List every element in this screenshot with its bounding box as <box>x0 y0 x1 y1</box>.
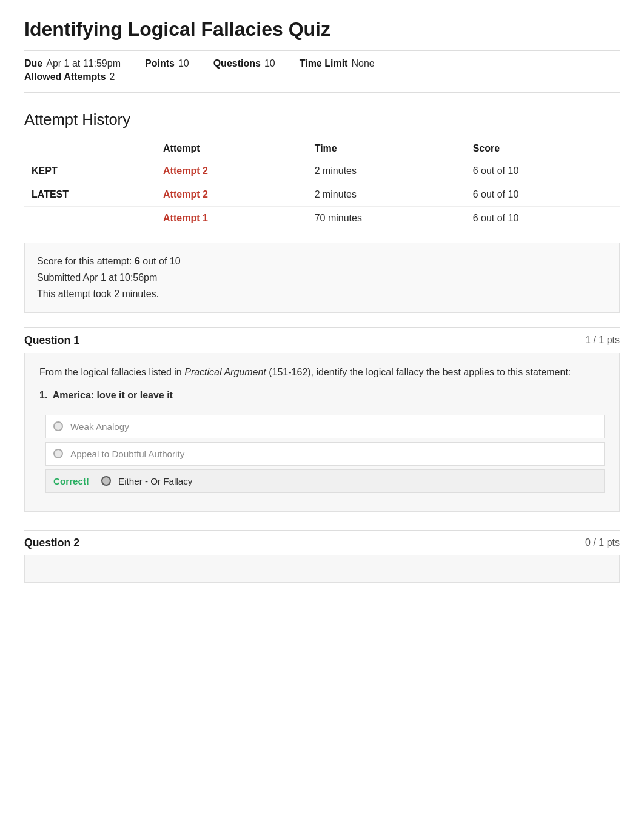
col-header-time: Time <box>307 138 466 159</box>
submitted-line: Submitted Apr 1 at 10:56pm <box>37 269 607 286</box>
option-text-1-2: Appeal to Doubtful Authority <box>70 449 184 459</box>
score-bold: 6 <box>135 256 140 266</box>
attempt-history-title: Attempt History <box>24 111 620 129</box>
row-time: 2 minutes <box>307 159 466 183</box>
question-pts-1: 1 / 1 pts <box>585 335 620 346</box>
correct-annotation-1: Correct! <box>53 476 89 486</box>
row-label: KEPT <box>24 159 156 183</box>
row-attempt[interactable]: Attempt 1 <box>156 207 307 230</box>
row-attempt[interactable]: Attempt 2 <box>156 159 307 183</box>
due-value: Apr 1 at 11:59pm <box>46 58 121 69</box>
attempt-summary: Score for this attempt: 6 out of 10 Subm… <box>24 243 620 313</box>
question-header-1: Question 1 1 / 1 pts <box>24 327 620 353</box>
question-block-2: Question 2 0 / 1 pts <box>24 530 620 583</box>
answer-option-1-1[interactable]: Weak Analogy <box>45 415 605 438</box>
allowed-attempts-value: 2 <box>110 72 115 82</box>
row-label <box>24 207 156 230</box>
points-value: 10 <box>178 58 189 69</box>
question-text-1: From the logical fallacies listed in Pra… <box>39 365 605 380</box>
radio-circle-1-2 <box>53 449 63 458</box>
quiz-meta: Due Apr 1 at 11:59pm Points 10 Questions… <box>24 50 620 93</box>
answer-options-wrapper-1: Weak Analogy Appeal to Doubtful Authorit… <box>39 415 605 497</box>
answer-option-1-2[interactable]: Appeal to Doubtful Authority <box>45 442 605 466</box>
row-time: 70 minutes <box>307 207 466 230</box>
question-pts-2: 0 / 1 pts <box>585 537 620 548</box>
attempt-table: Attempt Time Score KEPT Attempt 2 2 minu… <box>24 138 620 230</box>
table-row: Attempt 1 70 minutes 6 out of 10 <box>24 207 620 230</box>
questions-container: Question 1 1 / 1 pts From the logical fa… <box>24 327 620 583</box>
option-text-1-3: Either - Or Fallacy <box>118 476 192 486</box>
col-header-attempt: Attempt <box>156 138 307 159</box>
time-limit-label: Time Limit <box>300 58 348 69</box>
questions-value: 10 <box>264 58 275 69</box>
question-body-1: From the logical fallacies listed in Pra… <box>24 353 620 512</box>
duration-line: This attempt took 2 minutes. <box>37 286 607 302</box>
table-row: KEPT Attempt 2 2 minutes 6 out of 10 <box>24 159 620 183</box>
radio-circle-1-3 <box>101 476 111 486</box>
attempt-history-section: Attempt History Attempt Time Score KEPT … <box>24 111 620 230</box>
question-statement-1: 1. America: love it or leave it <box>39 388 605 403</box>
col-header-label <box>24 138 156 159</box>
row-time: 2 minutes <box>307 183 466 207</box>
option-text-1-1: Weak Analogy <box>70 421 129 432</box>
time-limit-value: None <box>351 58 374 69</box>
question-title-2: Question 2 <box>24 537 79 549</box>
row-score: 6 out of 10 <box>466 183 620 207</box>
table-row: LATEST Attempt 2 2 minutes 6 out of 10 <box>24 183 620 207</box>
row-score: 6 out of 10 <box>466 207 620 230</box>
score-suffix: out of 10 <box>140 256 181 266</box>
radio-circle-1-1 <box>53 421 63 431</box>
question-block-1: Question 1 1 / 1 pts From the logical fa… <box>24 327 620 512</box>
points-label: Points <box>145 58 175 69</box>
question-title-1: Question 1 <box>24 334 79 347</box>
col-header-score: Score <box>466 138 620 159</box>
allowed-attempts-label: Allowed Attempts <box>24 72 106 82</box>
quiz-title: Identifying Logical Fallacies Quiz <box>24 18 620 41</box>
question-header-2: Question 2 0 / 1 pts <box>24 530 620 555</box>
row-label: LATEST <box>24 183 156 207</box>
due-label: Due <box>24 58 42 69</box>
answer-option-1-3[interactable]: Correct! Either - Or Fallacy <box>45 469 605 493</box>
row-attempt[interactable]: Attempt 2 <box>156 183 307 207</box>
answer-options-1: Weak Analogy Appeal to Doubtful Authorit… <box>45 415 605 497</box>
score-line: Score for this attempt: 6 out of 10 <box>37 253 607 269</box>
question-body-2 <box>24 555 620 583</box>
questions-label: Questions <box>213 58 261 69</box>
score-prefix: Score for this attempt: <box>37 256 135 266</box>
row-score: 6 out of 10 <box>466 159 620 183</box>
